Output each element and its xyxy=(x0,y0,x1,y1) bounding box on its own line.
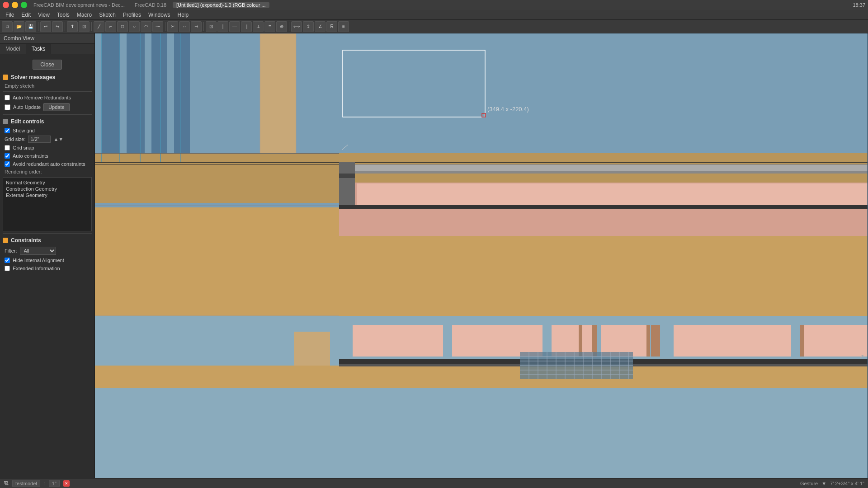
toolbar-constraint-fix[interactable]: ⊡ xyxy=(206,21,217,32)
viewport[interactable]: ↗ (349.4 x -220.4) xyxy=(95,33,868,478)
toolbar-constraint-parallel[interactable]: ∥ xyxy=(241,21,252,32)
left-panel: Combo View Model Tasks Close Solver mess… xyxy=(0,33,95,478)
menu-view[interactable]: View xyxy=(34,10,53,19)
auto-constraints-row: Auto constraints xyxy=(3,152,92,160)
statusbar-right: Gesture ▼ 7' 2+3/4" x 4' 1" xyxy=(800,481,864,486)
hide-internal-label: Hide Internal Alignment xyxy=(13,258,64,263)
grid-size-label: Grid size: xyxy=(5,136,25,142)
solver-message: Empty sketch xyxy=(3,82,92,89)
toolbar-dim-horiz[interactable]: ⟺ xyxy=(291,21,302,32)
toolbar-redo[interactable]: ↪ xyxy=(52,21,63,32)
coordinates-text: (349.4 x -220.4) xyxy=(487,106,529,113)
solver-icon xyxy=(3,75,8,80)
toolbar-save[interactable]: 💾 xyxy=(25,21,36,32)
toolbar-circle[interactable]: ○ xyxy=(129,21,140,32)
toolbar-constraint-vert[interactable]: | xyxy=(217,21,228,32)
grid-snap-checkbox[interactable] xyxy=(5,145,10,150)
svg-rect-7 xyxy=(127,33,145,169)
maximize-btn[interactable] xyxy=(21,2,27,8)
close-btn[interactable] xyxy=(3,2,9,8)
svg-rect-9 xyxy=(174,33,190,169)
tab-tasks[interactable]: Tasks xyxy=(26,44,52,54)
svg-rect-37 xyxy=(452,325,542,357)
toolbar-pointer[interactable]: ⬆ xyxy=(67,21,78,32)
main-area: Combo View Model Tasks Close Solver mess… xyxy=(0,33,868,478)
edit-controls-header: Edit controls xyxy=(3,117,92,127)
toolbar-dim-radius[interactable]: R xyxy=(326,21,337,32)
toolbar-line[interactable]: ╱ xyxy=(94,21,104,32)
close-button[interactable]: Close xyxy=(33,60,62,70)
grid-snap-label: Grid snap xyxy=(13,145,34,150)
filter-row: Filter: All xyxy=(3,245,92,256)
hide-internal-checkbox[interactable] xyxy=(5,258,10,263)
auto-constraints-checkbox[interactable] xyxy=(5,153,10,159)
gesture-dropdown[interactable]: ▼ xyxy=(821,481,826,486)
titlebar-tab-1[interactable]: FreeCAD BIM development news - Dec... xyxy=(30,2,128,8)
grid-size-spinner[interactable]: ▲▼ xyxy=(53,136,63,142)
status-close[interactable]: ✕ xyxy=(63,480,70,487)
extended-info-row: Extended Information xyxy=(3,264,92,272)
toolbar-trim[interactable]: ✂ xyxy=(167,21,178,32)
svg-rect-6 xyxy=(102,33,120,169)
menu-help[interactable]: Help xyxy=(174,10,193,19)
toolbar-constraint-horiz[interactable]: — xyxy=(229,21,240,32)
svg-rect-44 xyxy=(674,325,791,357)
toolbar-undo[interactable]: ↩ xyxy=(40,21,51,32)
menu-edit[interactable]: Edit xyxy=(18,10,34,19)
show-grid-label: Show grid xyxy=(13,128,35,133)
svg-rect-5 xyxy=(95,33,868,164)
combo-view-header: Combo View xyxy=(0,33,94,44)
toolbar-rect[interactable]: □ xyxy=(117,21,128,32)
auto-update-row: Auto Update Update xyxy=(3,102,92,113)
toolbar-open[interactable]: 📂 xyxy=(14,21,24,32)
toolbar-arc[interactable]: ◠ xyxy=(141,21,151,32)
menu-file[interactable]: File xyxy=(2,10,18,19)
svg-rect-28 xyxy=(710,209,755,236)
extended-info-checkbox[interactable] xyxy=(5,266,10,271)
toolbar-constraint-sym[interactable]: ⊕ xyxy=(276,21,287,32)
divider-3 xyxy=(3,233,92,234)
toolbar-extend[interactable]: ↔ xyxy=(179,21,190,32)
toolbar-sep-2 xyxy=(65,22,65,31)
titlebar-time: 18:37 xyxy=(853,2,865,8)
toolbar-constraint-perp[interactable]: ⊥ xyxy=(253,21,264,32)
svg-rect-22 xyxy=(339,174,355,178)
statusbar-icon: 🏗 xyxy=(4,481,9,486)
grid-size-input[interactable] xyxy=(28,136,51,143)
menu-sketch[interactable]: Sketch xyxy=(95,10,119,19)
auto-update-checkbox[interactable] xyxy=(5,104,10,110)
tab-model[interactable]: Model xyxy=(0,44,26,54)
toolbar-dim-vert[interactable]: ⇕ xyxy=(303,21,314,32)
toolbar-dim-angle[interactable]: ∠ xyxy=(315,21,326,32)
combo-view-title: Combo View xyxy=(4,35,34,42)
toolbar-mirror[interactable]: ⊣ xyxy=(191,21,202,32)
svg-rect-47 xyxy=(800,325,804,357)
minimize-btn[interactable] xyxy=(12,2,18,8)
update-button[interactable]: Update xyxy=(43,103,69,111)
menu-macro[interactable]: Macro xyxy=(73,10,95,19)
svg-rect-27 xyxy=(674,209,710,236)
toolbar-new[interactable]: 🗋 xyxy=(2,21,13,32)
auto-remove-checkbox[interactable] xyxy=(5,95,10,100)
titlebar-tab-3[interactable]: [Untitled1] (exported)-1.0 (RGB colour .… xyxy=(173,2,269,8)
rendering-box: Normal Geometry Construction Geometry Ex… xyxy=(3,177,92,231)
svg-rect-41 xyxy=(656,325,660,357)
filter-select[interactable]: All xyxy=(20,247,56,255)
menu-profiles[interactable]: Profiles xyxy=(119,10,145,19)
toolbar-polyline[interactable]: ⌐ xyxy=(105,21,116,32)
toolbar-more[interactable]: ≡ xyxy=(338,21,349,32)
svg-rect-43 xyxy=(579,325,582,357)
titlebar: FreeCAD BIM development news - Dec... Fr… xyxy=(0,0,868,10)
menu-windows[interactable]: Windows xyxy=(145,10,174,19)
show-grid-checkbox[interactable] xyxy=(5,128,10,133)
extended-info-label: Extended Information xyxy=(13,266,60,271)
gesture-label: Gesture xyxy=(800,481,818,486)
toolbar-spline[interactable]: 〜 xyxy=(152,21,163,32)
svg-rect-46 xyxy=(646,325,650,357)
rendering-item-2: External Geometry xyxy=(5,192,90,198)
avoid-redundant-checkbox[interactable] xyxy=(5,161,10,167)
titlebar-tab-2[interactable]: FreeCAD 0.18 xyxy=(131,2,170,8)
toolbar-zoom-fit[interactable]: ⊡ xyxy=(79,21,90,32)
menu-tools[interactable]: Tools xyxy=(53,10,73,19)
toolbar-constraint-equal[interactable]: = xyxy=(264,21,275,32)
